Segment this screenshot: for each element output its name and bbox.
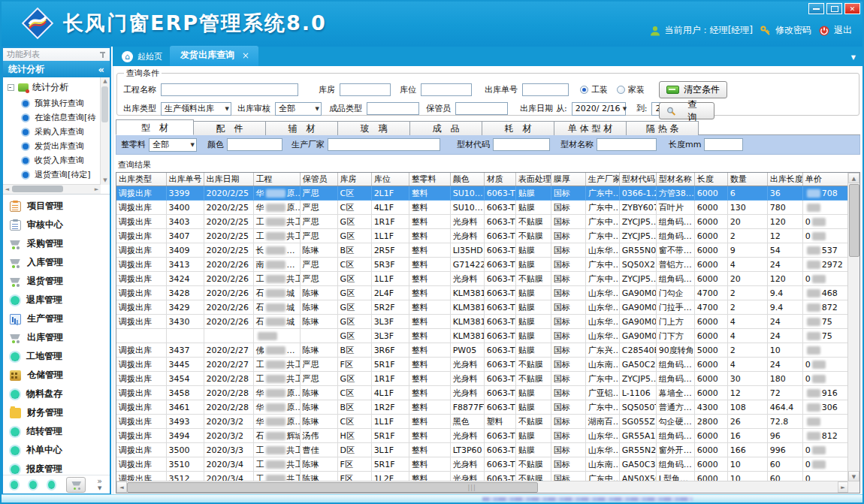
column-header[interactable]: 出库类型	[116, 173, 166, 186]
column-header[interactable]: 保管员	[300, 173, 337, 186]
table-row[interactable]: 调拨出库35122020/3/4工共工程陈琳F区1L2F整料光身料6063-T5…	[116, 472, 848, 482]
scroll-thumb[interactable]	[127, 482, 538, 493]
tree-horizontal-scrollbar[interactable]: ◄ ►	[3, 184, 101, 194]
scroll-thumb[interactable]	[849, 184, 859, 257]
scroll-thumb[interactable]	[12, 186, 63, 192]
cart-module-button[interactable]	[66, 477, 86, 493]
change-password-button[interactable]: 修改密码	[760, 24, 811, 37]
table-row[interactable]: 调拨出库34302020/2/26石城陈琳G区3L3F整料KLM38176063…	[116, 315, 848, 329]
pin-icon[interactable]	[100, 51, 106, 59]
material-tab[interactable]: 辅 材	[266, 121, 338, 135]
tree-vertical-scrollbar[interactable]: ▲ ▼	[100, 77, 110, 185]
tree-item[interactable]: 发货出库查询	[6, 139, 110, 153]
date-from-select[interactable]: 2020/ 2/16▼	[572, 102, 626, 116]
column-header[interactable]: 出库长度	[767, 173, 802, 186]
table-row[interactable]: 调拨出库34282020/2/26石城陈琳G区2L4F整料KLM38176063…	[116, 286, 848, 300]
sidebar-item-工地管理[interactable]: 工地管理	[3, 347, 110, 366]
table-row[interactable]: 调拨出库34132020/2/26南…严思C区5R3F整料G714226063-…	[116, 258, 848, 272]
table-row[interactable]: 调拨出库34032020/2/25工共工程严思G区1R1F整料光身料6063-T…	[116, 215, 848, 229]
keeper-input[interactable]	[455, 102, 508, 115]
table-row[interactable]: 调拨出库34942020/3/2石辉城汤伟H区5R1F整料光身料6063-T5贴…	[116, 429, 848, 443]
sidebar-item-退库管理[interactable]: 退库管理	[3, 291, 110, 309]
table-row[interactable]: 调拨出库34612020/2/28华原…陈琳B区1R2F整料F8877FT606…	[116, 400, 848, 415]
scroll-right-icon[interactable]: ►	[92, 185, 101, 194]
tab-close-icon[interactable]: ×	[242, 50, 249, 61]
column-header[interactable]: 颜色	[450, 173, 484, 186]
column-header[interactable]: 库房	[337, 173, 371, 186]
material-tab[interactable]: 单 体 型 材	[554, 121, 627, 135]
more-modules-button[interactable]: » ▼	[97, 478, 102, 491]
tab-list-chevron-icon[interactable]: ▼	[851, 54, 856, 61]
table-row[interactable]: 调拨出库33992020/2/25华原…严思C区2L1F整料SU10…6063-…	[116, 186, 848, 201]
profile-name-input[interactable]	[597, 138, 657, 151]
tree-item[interactable]: 预算执行查询	[6, 96, 110, 110]
table-row[interactable]: 调拨出库34372020/2/27佛…陈琳B区3R6F整料PW056063-T5…	[116, 343, 848, 358]
column-header[interactable]: 数量	[727, 173, 767, 186]
material-tab[interactable]: 配 件	[194, 121, 266, 135]
product-type-input[interactable]	[367, 102, 419, 115]
tab-shipping-query[interactable]: 发货出库查询 ×	[170, 46, 258, 66]
table-row[interactable]: 调拨出库34542020/2/28工共工程严思G区1R1F整料光身料6063-T…	[116, 372, 848, 386]
color-input[interactable]	[227, 138, 282, 151]
material-tab[interactable]: 成 品	[410, 121, 482, 135]
table-row[interactable]: 调拨出库35102020/3/4工共工程陈琳F区5R1F整料光身料6063-T5…	[116, 457, 848, 472]
sidebar-item-仓储管理[interactable]: 仓储管理	[3, 366, 110, 385]
scroll-left-icon[interactable]: ◄	[3, 185, 11, 194]
order-no-input[interactable]	[522, 83, 569, 96]
sidebar-item-审核中心[interactable]: 审核中心	[3, 216, 110, 234]
material-tab[interactable]: 隔 热 条	[627, 121, 699, 135]
material-tab[interactable]: 耗 材	[482, 121, 554, 135]
column-header[interactable]: 库位	[371, 173, 409, 186]
warehouse-input[interactable]	[340, 83, 391, 96]
scroll-right-icon[interactable]: ►	[838, 481, 848, 493]
audit-select[interactable]: 全部▼	[275, 102, 322, 116]
sidebar-item-采购管理[interactable]: 采购管理	[3, 234, 110, 253]
clear-conditions-button[interactable]: 清空条件	[659, 81, 727, 98]
scroll-down-icon[interactable]: ▼	[848, 471, 859, 481]
tree-item[interactable]: 采购入库查询	[6, 125, 110, 139]
table-row[interactable]: 调拨出库35002020/3/3工共工程曹佳D区3L1F整料LT3P606063…	[116, 443, 848, 457]
scroll-thumb[interactable]	[101, 86, 108, 122]
table-row[interactable]: 调拨出库34072020/2/25工共工程严思G区1L1F整料光身料6063-T…	[116, 229, 848, 243]
column-header[interactable]: 出库单号	[166, 173, 204, 186]
table-row[interactable]: 调拨出库34582020/2/28华原…陈琳C区4L1F整料光身料6063-T5…	[116, 386, 848, 400]
column-header[interactable]: 出库日期	[204, 173, 253, 186]
location-input[interactable]	[421, 83, 472, 96]
column-header[interactable]: 长度	[694, 173, 727, 186]
module-dot-icon[interactable]	[48, 481, 56, 489]
scroll-up-icon[interactable]: ▲	[101, 77, 110, 86]
table-row[interactable]: 调拨出库34932020/3/2华原…陈琳C区1L1F整料黑色塑料不贴膜国标湖南…	[116, 415, 848, 429]
table-row[interactable]: 调拨出库34092020/2/25长…陈琳B区2R5F整料LI35HD6063-…	[116, 243, 848, 258]
tree-item[interactable]: 在途信息查询[待	[6, 110, 110, 125]
column-header[interactable]: 材质	[484, 173, 515, 186]
scroll-left-icon[interactable]: ◄	[116, 481, 127, 493]
project-name-input[interactable]	[161, 83, 298, 96]
grid-vertical-scrollbar[interactable]: ▲ ▼	[847, 173, 859, 481]
out-type-select[interactable]: 生产领料出库▼	[161, 102, 231, 116]
table-row[interactable]: 调拨出库34292020/2/26石城陈琳G区5R2F整料KLM38176063…	[116, 300, 848, 315]
collapse-icon[interactable]: «	[98, 64, 104, 75]
table-row[interactable]: 调拨出库34452020/2/27工共工程严思F区5R1F整料光身料6063-T…	[116, 358, 848, 372]
maximize-icon[interactable]	[826, 3, 842, 14]
profile-code-input[interactable]	[493, 138, 550, 151]
radio-home-install[interactable]	[617, 86, 625, 94]
sidebar-item-入库管理[interactable]: 入库管理	[3, 253, 110, 272]
search-button[interactable]: 查 询	[659, 102, 714, 119]
module-dot-icon[interactable]	[11, 481, 18, 489]
tab-home[interactable]: 起始页	[113, 51, 170, 66]
scroll-down-icon[interactable]: ▼	[101, 177, 110, 185]
expander-icon[interactable]	[8, 84, 14, 91]
column-header[interactable]: 型材名称	[656, 173, 694, 186]
table-row[interactable]: 调拨出库34242020/2/26工共工程严思G区1L1F整料光身料6063-T…	[116, 272, 848, 286]
minimize-icon[interactable]	[808, 3, 824, 14]
column-header[interactable]: 生产厂家	[585, 173, 619, 186]
column-header[interactable]: 单价	[802, 173, 848, 186]
logout-button[interactable]: 退出	[818, 24, 852, 37]
table-row[interactable]: G区3L3F整料KLM38176063-T5贴膜国标山东华…GA90M09.门下…	[116, 329, 848, 343]
sidebar-item-报废管理[interactable]: 报废管理	[3, 460, 110, 475]
sidebar-item-项目管理[interactable]: 项目管理	[3, 197, 110, 216]
column-header[interactable]: 工程	[253, 173, 300, 186]
sidebar-item-出库管理[interactable]: 出库管理	[3, 328, 110, 347]
tree-item[interactable]: 收货入库查询	[6, 153, 110, 167]
material-tab[interactable]: 型 材	[116, 119, 194, 135]
